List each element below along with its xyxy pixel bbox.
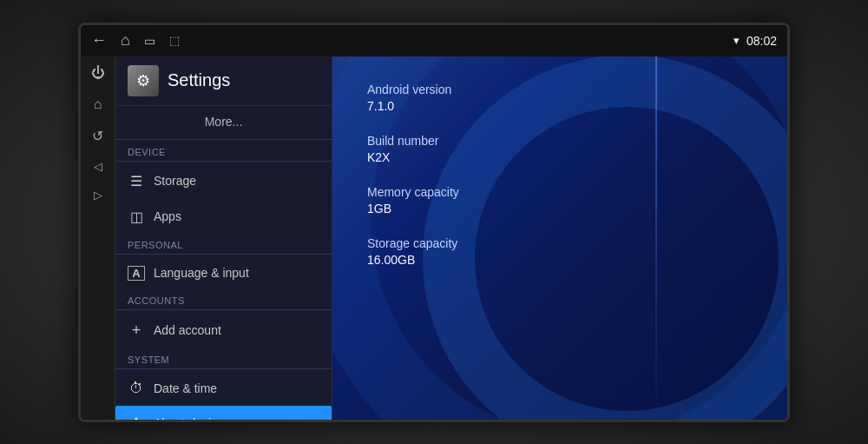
- recents-button[interactable]: ▭: [144, 34, 155, 48]
- settings-header: ⚙ Settings: [115, 56, 332, 106]
- apps-icon: ◫: [128, 209, 145, 225]
- build-number-label: Build number: [367, 134, 753, 148]
- storage-capacity-label: Storage capacity: [367, 236, 753, 250]
- home-button[interactable]: ⌂: [121, 31, 130, 50]
- nav-apps[interactable]: ◫ Apps: [115, 199, 332, 235]
- android-version-value: 7.1.0: [367, 99, 753, 113]
- add-account-label: Add account: [154, 323, 221, 337]
- clock: 08:02: [746, 34, 777, 48]
- divider-system: [115, 368, 332, 369]
- storage-icon: ☰: [128, 173, 145, 189]
- storage-label: Storage: [154, 174, 196, 188]
- storage-capacity-value: 16.00GB: [367, 253, 753, 267]
- datetime-icon: ⏱: [128, 381, 145, 396]
- right-content: Android version 7.1.0 Build number K2X M…: [332, 56, 787, 420]
- divider-1: [115, 139, 332, 140]
- nav-language[interactable]: A Language & input: [115, 256, 332, 290]
- settings-logo: ⚙: [128, 65, 159, 96]
- apps-label: Apps: [154, 209, 181, 223]
- back-button[interactable]: ←: [91, 31, 107, 50]
- home-side-icon[interactable]: ⌂: [94, 96, 102, 112]
- volume-up-icon[interactable]: ▷: [94, 189, 102, 202]
- section-personal: PERSONAL: [115, 235, 332, 252]
- divider-accounts: [115, 309, 332, 310]
- section-accounts: ACCOUNTS: [115, 290, 332, 308]
- memory-capacity-label: Memory capacity: [367, 185, 753, 199]
- nav-datetime[interactable]: ⏱ Date & time: [115, 371, 332, 406]
- settings-title: Settings: [168, 70, 230, 90]
- info-build-number: Build number K2X: [367, 134, 753, 164]
- power-icon[interactable]: ⏻: [91, 65, 105, 81]
- add-account-icon: +: [128, 321, 145, 340]
- left-nav: ⚙ Settings More... DEVICE ☰ Storage: [115, 56, 332, 420]
- status-bar: ← ⌂ ▭ ⬚ ▾ 08:02: [81, 25, 787, 56]
- about-label: About device: [154, 416, 224, 420]
- divider-personal: [115, 254, 332, 255]
- screen-bezel: ← ⌂ ▭ ⬚ ▾ 08:02 ⏻ ⌂ ↺ ◁ ▷ ⚙: [78, 23, 790, 422]
- info-android-version: Android version 7.1.0: [367, 83, 753, 113]
- android-version-label: Android version: [367, 83, 753, 96]
- side-strip: ⏻ ⌂ ↺ ◁ ▷: [81, 56, 115, 420]
- nav-about[interactable]: ℹ About device: [115, 406, 332, 420]
- more-item[interactable]: More...: [115, 106, 332, 137]
- gps-icon: ▾: [733, 34, 740, 47]
- nav-storage[interactable]: ☰ Storage: [115, 163, 332, 199]
- info-memory-capacity: Memory capacity 1GB: [367, 185, 753, 215]
- main-area: ⏻ ⌂ ↺ ◁ ▷ ⚙ Settings More...: [81, 56, 787, 420]
- status-right: ▾ 08:02: [733, 34, 777, 48]
- nav-buttons: ← ⌂ ▭ ⬚: [91, 31, 180, 50]
- about-icon: ℹ: [128, 415, 145, 420]
- language-label: Language & input: [154, 266, 249, 280]
- build-number-value: K2X: [367, 150, 753, 164]
- section-system: SYSTEM: [115, 349, 332, 367]
- section-device: DEVICE: [115, 142, 332, 159]
- volume-down-icon[interactable]: ◁: [94, 160, 102, 173]
- back-side-icon[interactable]: ↺: [92, 128, 103, 144]
- memory-capacity-value: 1GB: [367, 202, 753, 215]
- settings-panel: ⚙ Settings More... DEVICE ☰ Storage: [115, 56, 787, 420]
- info-storage-capacity: Storage capacity 16.00GB: [367, 236, 753, 267]
- nav-items: More... DEVICE ☰ Storage ◫ Apps PERSONAL: [115, 106, 332, 420]
- cast-button[interactable]: ⬚: [169, 34, 180, 47]
- divider-device: [115, 161, 332, 162]
- language-icon: A: [128, 266, 145, 281]
- datetime-label: Date & time: [154, 381, 217, 395]
- nav-add-account[interactable]: + Add account: [115, 312, 332, 349]
